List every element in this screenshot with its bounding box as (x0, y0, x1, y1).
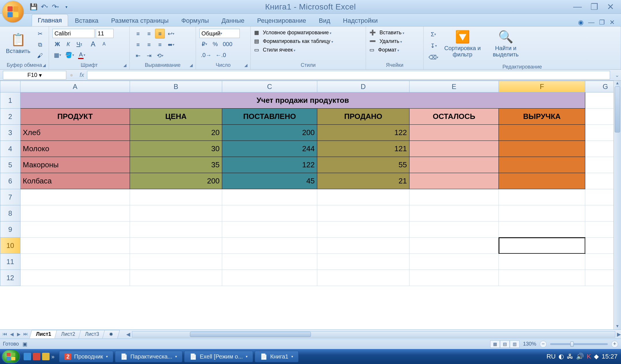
column-header[interactable]: E (409, 81, 499, 92)
ribbon-close-icon[interactable]: ✕ (609, 19, 615, 26)
number-format-combo[interactable]: Общий (199, 29, 240, 38)
tab-addins[interactable]: Надстройки (337, 15, 384, 26)
vertical-scrollbar[interactable]: ▲ ▼ (614, 81, 621, 329)
underline-button[interactable]: Ч (74, 39, 84, 49)
sort-filter-button[interactable]: 🔽 Сортировка и фильтр (441, 28, 484, 59)
ribbon-restore-icon[interactable]: ❐ (599, 19, 605, 26)
clear-button[interactable]: ⌫ (427, 52, 440, 62)
grow-font-button[interactable]: A (88, 39, 98, 49)
select-all-corner[interactable] (0, 81, 20, 92)
row-header[interactable]: 8 (0, 205, 20, 221)
header-cell[interactable]: ПРОДУКТ (20, 109, 130, 125)
data-cell[interactable]: Колбаса (20, 173, 130, 189)
column-header[interactable]: G (585, 81, 614, 92)
cell[interactable] (130, 221, 222, 238)
format-as-table-button[interactable]: Форматировать как таблицу (263, 38, 333, 44)
taskbar-button[interactable]: 📄 Exell [Режим о... ▾ (184, 351, 253, 362)
dialog-launcher-icon[interactable]: ◢ (43, 63, 46, 67)
worksheet-grid[interactable]: ABCDEFG1Учет продажи продуктов2ПРОДУКТЦЕ… (0, 81, 614, 329)
taskbar-button[interactable]: 2 Проводник ▾ (59, 351, 113, 362)
tab-pagelayout[interactable]: Разметка страницы (105, 15, 175, 26)
quicklaunch-icon[interactable] (24, 353, 31, 360)
orientation-icon[interactable]: ⟲ (155, 51, 165, 60)
column-header[interactable]: C (222, 81, 317, 92)
data-cell[interactable]: 45 (222, 173, 317, 189)
tab-view[interactable]: Вид (313, 15, 336, 26)
cell[interactable] (20, 205, 130, 221)
fill-color-button[interactable]: 🪣 (64, 50, 75, 60)
cell[interactable] (222, 221, 317, 238)
row-header[interactable]: 3 (0, 125, 20, 141)
tab-review[interactable]: Рецензирование (251, 15, 312, 26)
delete-cells-button[interactable]: Удалить (380, 38, 402, 44)
row-header[interactable]: 10 (0, 238, 20, 254)
start-button[interactable] (2, 350, 20, 363)
language-indicator[interactable]: RU (546, 353, 556, 360)
data-cell[interactable] (409, 125, 499, 141)
cell[interactable] (222, 205, 317, 221)
data-cell[interactable] (499, 141, 585, 157)
cell[interactable] (409, 270, 499, 286)
view-pagelayout-icon[interactable]: ▤ (500, 340, 510, 348)
conditional-formatting-button[interactable]: Условное форматирование (263, 30, 331, 36)
header-cell[interactable]: ПРОДАНО (317, 109, 409, 125)
italic-button[interactable]: К (63, 39, 73, 49)
cell[interactable] (130, 254, 222, 270)
header-cell[interactable]: ОСТАЛОСЬ (409, 109, 499, 125)
sheet-nav-prev-icon[interactable]: ◀ (9, 331, 15, 337)
cell[interactable] (585, 109, 614, 125)
dialog-launcher-icon[interactable]: ◢ (190, 63, 193, 67)
merged-title-cell[interactable]: Учет продажи продуктов (20, 92, 585, 109)
cell[interactable] (409, 205, 499, 221)
row-header[interactable]: 9 (0, 221, 20, 238)
taskbar-clock[interactable]: 15:27 (602, 353, 618, 360)
paste-button[interactable]: 📋 Вставить (2, 28, 34, 59)
sheet-tab[interactable]: Лист3 (78, 330, 106, 338)
cell[interactable] (222, 238, 317, 254)
data-cell[interactable]: 122 (222, 157, 317, 173)
cell[interactable] (317, 254, 409, 270)
cell[interactable] (409, 189, 499, 205)
data-cell[interactable]: 122 (317, 125, 409, 141)
selected-cell[interactable] (499, 238, 585, 254)
data-cell[interactable] (409, 173, 499, 189)
cell[interactable] (499, 205, 585, 221)
sheet-nav-last-icon[interactable]: ⏭ (22, 331, 29, 337)
cell[interactable] (20, 189, 130, 205)
redo-icon[interactable]: ↷ (51, 2, 60, 12)
help-icon[interactable]: ◉ (578, 19, 584, 26)
data-cell[interactable]: 244 (222, 141, 317, 157)
data-cell[interactable]: 55 (317, 157, 409, 173)
row-header[interactable]: 6 (0, 173, 20, 189)
taskbar-button[interactable]: 📄 Парактическа... ▾ (115, 351, 183, 362)
bold-button[interactable]: Ж (52, 39, 62, 49)
new-sheet-button[interactable]: ✸ (102, 330, 120, 338)
increase-decimal-icon[interactable]: .0→ (199, 50, 213, 60)
undo-icon[interactable]: ↶ (40, 2, 49, 12)
cell[interactable] (585, 173, 614, 189)
tray-icon[interactable]: ◆ (594, 353, 599, 360)
cell[interactable] (585, 141, 614, 157)
row-header[interactable]: 4 (0, 141, 20, 157)
cell[interactable] (130, 238, 222, 254)
cell[interactable] (499, 270, 585, 286)
increase-indent-icon[interactable]: ⇥ (144, 51, 154, 60)
merge-center-button[interactable]: ⬌ (166, 40, 176, 50)
tray-network-icon[interactable]: 🖧 (567, 353, 573, 360)
row-header[interactable]: 2 (0, 109, 20, 125)
font-name-combo[interactable]: Calibri (52, 29, 95, 38)
dialog-launcher-icon[interactable]: ◢ (244, 63, 248, 67)
cut-icon[interactable]: ✂ (35, 29, 45, 39)
quicklaunch-icon[interactable] (42, 353, 50, 360)
cell[interactable] (20, 270, 130, 286)
cell[interactable] (317, 205, 409, 221)
close-icon[interactable]: ✕ (607, 2, 614, 12)
cell[interactable] (130, 270, 222, 286)
scroll-up-icon[interactable]: ▲ (614, 81, 621, 86)
scroll-thumb[interactable] (615, 86, 620, 132)
data-cell[interactable]: Хлеб (20, 125, 130, 141)
data-cell[interactable] (409, 141, 499, 157)
tray-icon[interactable]: ◐ (558, 353, 564, 360)
fill-button[interactable]: ↧ (427, 41, 440, 51)
zoom-slider-knob[interactable] (570, 342, 574, 347)
